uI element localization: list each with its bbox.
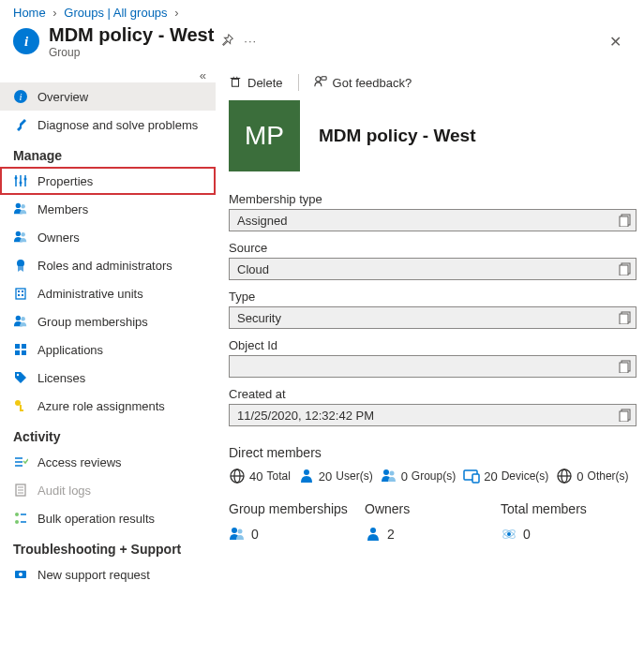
stat-label: Total: [266, 469, 290, 483]
direct-members-header: Direct members: [229, 445, 637, 460]
close-button[interactable]: ✕: [600, 29, 631, 54]
page-subtitle: Group: [49, 46, 214, 59]
sidebar-item-licenses[interactable]: Licenses: [0, 364, 216, 392]
copy-icon[interactable]: [619, 360, 632, 373]
field-created-at: Created at 11/25/2020, 12:32:42 PM: [229, 387, 637, 426]
field-label: Membership type: [229, 192, 637, 206]
svg-rect-22: [16, 289, 25, 299]
svg-rect-28: [22, 344, 26, 349]
svg-point-31: [17, 374, 19, 376]
sidebar-item-overview[interactable]: i Overview: [0, 82, 216, 111]
summary-number: 0: [523, 527, 531, 542]
copy-icon[interactable]: [619, 409, 632, 422]
stat-count: 0: [401, 469, 408, 484]
list-check-icon: [13, 454, 28, 469]
sidebar-label: Azure role assignments: [37, 399, 165, 413]
sidebar-item-access-reviews[interactable]: Access reviews: [0, 448, 216, 476]
field-value: Assigned: [237, 214, 287, 228]
svg-rect-30: [22, 350, 26, 355]
svg-rect-23: [18, 290, 20, 292]
field-label: Created at: [229, 387, 637, 401]
wrench-icon: [13, 117, 28, 132]
chevron-right-icon: ›: [52, 6, 56, 20]
pin-icon[interactable]: [221, 34, 234, 50]
log-icon: [13, 483, 28, 498]
copy-icon[interactable]: [619, 262, 632, 275]
svg-point-52: [315, 76, 320, 81]
summary-number: 2: [387, 527, 395, 542]
summary-label: Total members: [501, 501, 637, 516]
svg-point-47: [19, 573, 22, 576]
sidebar-item-members[interactable]: Members: [0, 195, 216, 223]
sidebar-label: Access reviews: [37, 455, 122, 469]
copy-icon[interactable]: [619, 214, 632, 227]
delete-button[interactable]: Delete: [229, 75, 283, 91]
feedback-label: Got feedback?: [333, 76, 412, 90]
svg-rect-26: [22, 294, 23, 296]
stat-users[interactable]: 20 User(s): [298, 468, 373, 484]
field-value-box: Assigned: [229, 209, 637, 231]
summary-number: 0: [251, 527, 259, 542]
sidebar-label: Licenses: [37, 371, 85, 385]
field-label: Object Id: [229, 338, 637, 352]
svg-point-18: [15, 177, 18, 180]
summary-value[interactable]: 0: [501, 526, 637, 543]
info-icon: i: [13, 89, 28, 104]
group-icon: [229, 526, 246, 543]
summary-value[interactable]: 2: [365, 526, 501, 543]
summary-row: Group memberships 0 Owners 2 Total membe…: [229, 501, 637, 543]
sidebar-item-bulk-results[interactable]: Bulk operation results: [0, 504, 216, 532]
trash-icon: [229, 75, 242, 91]
stat-label: Group(s): [412, 469, 456, 483]
building-icon: [13, 286, 28, 301]
sidebar-label: Administrative units: [37, 287, 143, 301]
sidebar-label: Applications: [37, 343, 103, 357]
sidebar-item-roles[interactable]: Roles and administrators: [0, 251, 216, 279]
sidebar-label: Roles and administrators: [37, 259, 172, 273]
more-icon[interactable]: ···: [244, 34, 257, 50]
title-block: MP MDM policy - West: [229, 100, 637, 171]
field-label: Source: [229, 241, 637, 255]
sidebar-item-group-memberships[interactable]: Group memberships: [0, 307, 216, 335]
breadcrumb-home[interactable]: Home: [13, 6, 46, 20]
summary-value[interactable]: 0: [229, 526, 365, 543]
sidebar-item-owners[interactable]: Owners: [0, 223, 216, 251]
svg-point-43: [15, 520, 19, 524]
support-icon: [13, 567, 28, 582]
stat-others[interactable]: 0 Other(s): [556, 468, 628, 484]
sidebar-item-audit-logs[interactable]: Audit logs: [0, 476, 216, 504]
svg-rect-53: [321, 76, 325, 80]
stat-total[interactable]: 40 Total: [229, 468, 291, 484]
stat-devices[interactable]: 20 Device(s): [463, 468, 548, 484]
breadcrumb-groups[interactable]: Groups | All groups: [64, 6, 167, 20]
sidebar-item-support[interactable]: New support request: [0, 560, 216, 588]
svg-point-42: [15, 513, 19, 516]
sidebar-label: Properties: [37, 174, 93, 188]
stat-groups[interactable]: 0 Group(s): [381, 468, 457, 484]
summary-total-members: Total members 0: [501, 501, 637, 543]
stat-count: 20: [484, 469, 497, 484]
svg-rect-48: [232, 79, 239, 86]
sidebar-item-properties[interactable]: Properties: [0, 167, 216, 195]
sidebar-label: Audit logs: [37, 484, 91, 498]
copy-icon[interactable]: [619, 311, 632, 324]
sidebar-label: Members: [37, 202, 88, 216]
group-icon: [13, 314, 28, 329]
key-icon: [13, 398, 28, 413]
feedback-button[interactable]: Got feedback?: [314, 75, 412, 91]
globe-icon: [556, 468, 573, 484]
toolbar: Delete Got feedback?: [229, 67, 637, 100]
main-content: Delete Got feedback? MP MDM policy - Wes…: [216, 67, 644, 655]
sidebar-item-applications[interactable]: Applications: [0, 335, 216, 364]
globe-icon: [229, 468, 246, 484]
svg-point-20: [24, 178, 27, 181]
collapse-sidebar-icon[interactable]: «: [0, 67, 216, 82]
chevron-right-icon: ›: [174, 6, 178, 20]
sidebar-item-diagnose[interactable]: Diagnose and solve problems: [0, 111, 216, 139]
field-label: Type: [229, 290, 637, 304]
sidebar-item-azure-role[interactable]: Azure role assignments: [0, 392, 216, 420]
field-value-box: Cloud: [229, 258, 637, 280]
stat-count: 40: [249, 469, 262, 484]
sidebar-item-admin-units[interactable]: Administrative units: [0, 279, 216, 307]
stat-label: User(s): [336, 469, 372, 483]
